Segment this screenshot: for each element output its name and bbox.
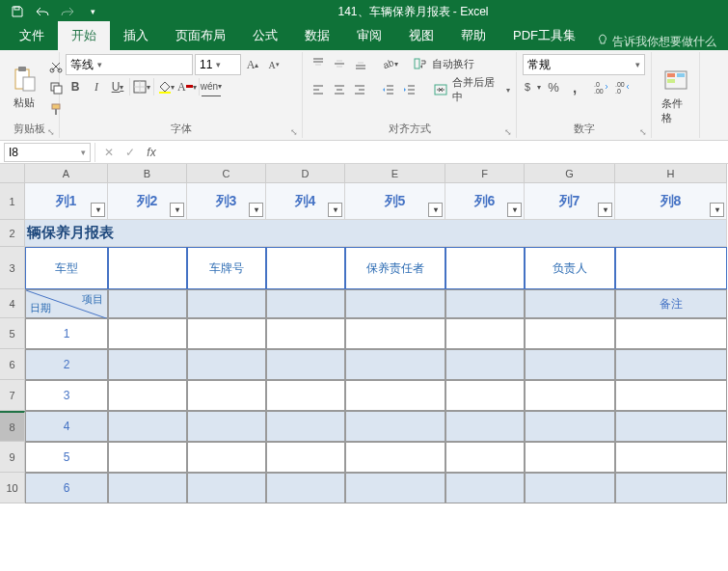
- header-plate[interactable]: 车牌号: [187, 247, 266, 289]
- bold-icon[interactable]: B: [66, 77, 85, 96]
- cell[interactable]: [445, 442, 525, 473]
- cell[interactable]: [108, 247, 187, 289]
- cell[interactable]: [187, 473, 266, 503]
- accounting-format-icon[interactable]: $▾: [523, 77, 542, 96]
- cell[interactable]: [108, 318, 187, 349]
- cell[interactable]: [615, 349, 727, 380]
- decrease-decimal-icon[interactable]: .00.0: [613, 77, 633, 96]
- increase-indent-icon[interactable]: [400, 80, 419, 99]
- conditional-format-button[interactable]: 条件格: [658, 64, 694, 127]
- cell[interactable]: [266, 318, 345, 349]
- cell[interactable]: [266, 247, 345, 289]
- qat-customize-icon[interactable]: ▾: [81, 2, 104, 21]
- tab-insert[interactable]: 插入: [110, 21, 162, 50]
- merge-center-button[interactable]: 合并后居中: [452, 75, 504, 104]
- filter-header[interactable]: 列7▾: [525, 183, 615, 220]
- column-header[interactable]: H: [615, 164, 727, 183]
- name-box[interactable]: I8▾: [4, 143, 91, 162]
- cell[interactable]: [615, 380, 727, 411]
- wrap-text-button[interactable]: 自动换行: [432, 57, 474, 71]
- filter-dropdown-icon[interactable]: ▾: [710, 203, 724, 217]
- borders-icon[interactable]: ▾: [132, 77, 151, 96]
- data-id-cell[interactable]: 2: [25, 349, 108, 380]
- redo-icon[interactable]: [56, 2, 79, 21]
- save-icon[interactable]: [6, 2, 29, 21]
- cell[interactable]: [445, 473, 525, 503]
- align-center-icon[interactable]: [330, 80, 349, 99]
- tab-home[interactable]: 开始: [58, 21, 110, 50]
- data-id-cell[interactable]: 6: [25, 473, 108, 503]
- tab-view[interactable]: 视图: [395, 21, 447, 50]
- filter-header[interactable]: 列1▾: [25, 183, 108, 220]
- header-charge[interactable]: 负责人: [525, 247, 615, 289]
- align-left-icon[interactable]: [309, 80, 328, 99]
- tab-layout[interactable]: 页面布局: [162, 21, 239, 50]
- cell[interactable]: [615, 247, 727, 289]
- column-header[interactable]: C: [187, 164, 266, 183]
- row-header[interactable]: 4: [0, 289, 25, 318]
- data-id-cell[interactable]: 5: [25, 442, 108, 473]
- underline-icon[interactable]: U▾: [108, 77, 127, 96]
- italic-icon[interactable]: I: [87, 77, 106, 96]
- cell[interactable]: [615, 318, 727, 349]
- cell[interactable]: [445, 411, 525, 442]
- column-header[interactable]: G: [525, 164, 615, 183]
- tab-file[interactable]: 文件: [6, 21, 58, 50]
- filter-dropdown-icon[interactable]: ▾: [328, 203, 342, 217]
- cell[interactable]: [108, 442, 187, 473]
- cell[interactable]: [445, 247, 525, 289]
- font-launcher-icon[interactable]: ⤡: [288, 124, 300, 136]
- filter-header[interactable]: 列8▾: [615, 183, 727, 220]
- percent-icon[interactable]: %: [544, 77, 563, 96]
- filter-header[interactable]: 列6▾: [445, 183, 525, 220]
- filter-header[interactable]: 列2▾: [108, 183, 187, 220]
- tab-data[interactable]: 数据: [291, 21, 343, 50]
- row-header[interactable]: 7: [0, 380, 25, 411]
- enter-formula-icon[interactable]: ✓: [121, 143, 140, 162]
- number-format-combo[interactable]: 常规▾: [523, 54, 645, 75]
- cancel-formula-icon[interactable]: ✕: [99, 143, 119, 162]
- decrease-indent-icon[interactable]: [379, 80, 398, 99]
- tab-pdf[interactable]: PDF工具集: [499, 21, 589, 50]
- data-id-cell[interactable]: 3: [25, 380, 108, 411]
- increase-decimal-icon[interactable]: .0.00: [592, 77, 611, 96]
- header-type[interactable]: 车型: [25, 247, 108, 289]
- row-header[interactable]: 2: [0, 220, 25, 247]
- cell[interactable]: [525, 411, 615, 442]
- comma-icon[interactable]: ,: [565, 77, 584, 96]
- increase-font-icon[interactable]: A▴: [243, 55, 262, 74]
- align-right-icon[interactable]: [351, 80, 370, 99]
- cell[interactable]: [525, 473, 615, 503]
- align-bottom-icon[interactable]: [351, 54, 370, 73]
- align-middle-icon[interactable]: [330, 54, 349, 73]
- cell[interactable]: [445, 318, 525, 349]
- orientation-icon[interactable]: ab▾: [380, 54, 399, 73]
- fx-icon[interactable]: fx: [142, 143, 161, 162]
- filter-dropdown-icon[interactable]: ▾: [598, 203, 612, 217]
- cell[interactable]: [345, 473, 445, 503]
- cell[interactable]: [266, 411, 345, 442]
- data-id-cell[interactable]: 1: [25, 318, 108, 349]
- wrap-text-icon[interactable]: [411, 54, 430, 73]
- row-header[interactable]: 5: [0, 318, 25, 349]
- cell[interactable]: [525, 349, 615, 380]
- cell[interactable]: [345, 318, 445, 349]
- sheet-title[interactable]: 辆保养月报表: [25, 220, 727, 247]
- header-owner[interactable]: 保养责任者: [345, 247, 445, 289]
- cell[interactable]: [187, 411, 266, 442]
- cell[interactable]: [187, 380, 266, 411]
- cell[interactable]: [615, 473, 727, 503]
- font-color-icon[interactable]: A▾: [177, 77, 197, 96]
- paste-button[interactable]: 粘贴: [6, 63, 42, 112]
- row-header[interactable]: 3: [0, 247, 25, 289]
- filter-dropdown-icon[interactable]: ▾: [170, 203, 184, 217]
- select-all-corner[interactable]: [0, 164, 25, 183]
- filter-header[interactable]: 列4▾: [266, 183, 345, 220]
- row-header[interactable]: 9: [0, 442, 25, 473]
- column-header[interactable]: D: [266, 164, 345, 183]
- row-header[interactable]: 8: [0, 411, 25, 442]
- fill-color-icon[interactable]: ▾: [156, 77, 175, 96]
- column-header[interactable]: A: [25, 164, 108, 183]
- cell[interactable]: [445, 380, 525, 411]
- merge-icon[interactable]: [431, 80, 450, 99]
